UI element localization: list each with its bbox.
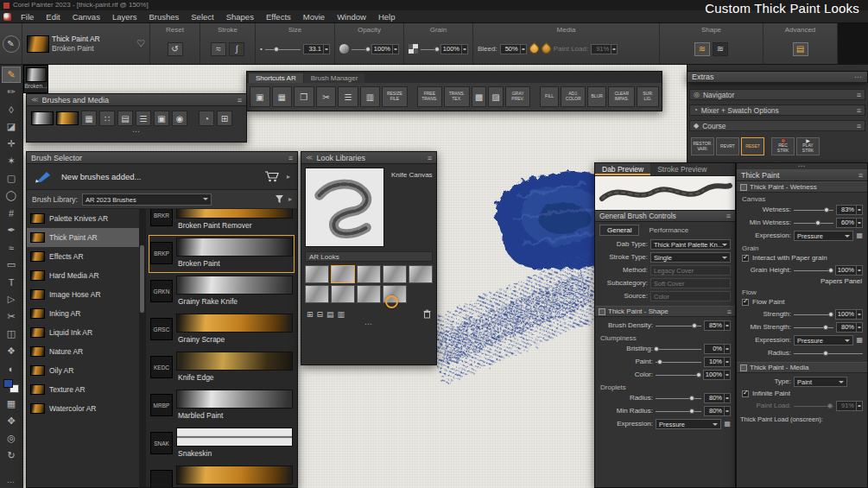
stepper[interactable] [724, 371, 730, 379]
rotate-page-tool-icon[interactable]: ↻ [2, 447, 21, 464]
variant-grainy-scrape[interactable]: GRSC Grainy Scrape [149, 311, 295, 349]
stroke-type-dropdown[interactable]: Single [650, 252, 731, 263]
toolbox-grip[interactable]: ⋯ [7, 478, 16, 485]
menu-help[interactable]: Help [372, 12, 402, 22]
thick-paint-wetness-header[interactable]: Thick Paint - Wetness [737, 181, 867, 193]
expression-settings-icon[interactable]: ▦ [856, 231, 863, 239]
bristling-slider[interactable] [656, 345, 701, 353]
grid-view-icon[interactable]: ▦ [81, 111, 97, 126]
brush-library-dropdown[interactable]: AR 2023 Brushes [82, 193, 212, 206]
menu-file[interactable]: File [15, 12, 40, 22]
kaleidoscope-tool-icon[interactable]: ❖ [2, 343, 21, 359]
stepper[interactable] [856, 310, 862, 319]
stepper[interactable] [724, 358, 730, 366]
menu-shapes[interactable]: Shapes [220, 12, 260, 22]
list-view-icon[interactable]: ▤ [117, 111, 133, 126]
look-libraries-header[interactable]: ≪ Look Libraries ≡ [301, 152, 436, 164]
bristling-value[interactable]: 0% [704, 344, 731, 354]
tab-brush-manager[interactable]: Brush Manager [304, 73, 365, 83]
scrollbar-thumb[interactable] [140, 245, 144, 313]
swatches-icon[interactable]: ⊞ [217, 111, 232, 126]
thick-paint-menu-icon[interactable]: ≡ [858, 171, 863, 180]
expression-settings-icon[interactable]: ▦ [856, 336, 863, 344]
papers-panel-link[interactable]: Papers Panel [737, 276, 867, 286]
flow-expression-dropdown[interactable]: Pressure [794, 335, 853, 345]
media-jar-icon-2[interactable] [539, 42, 553, 56]
grabber-tool-icon[interactable]: ✥ [2, 413, 21, 429]
flow-radius-slider[interactable] [794, 349, 863, 358]
expression-settings-icon[interactable]: ▦ [724, 420, 731, 428]
tab-stroke-preview[interactable]: Stroke Preview [650, 163, 713, 175]
rect-shape-tool-icon[interactable]: ▭ [2, 257, 21, 273]
strength-slider[interactable] [794, 310, 833, 319]
grain-stepper[interactable] [461, 45, 467, 54]
scissors-tool-icon[interactable]: ✂ [2, 308, 21, 325]
size-slider[interactable] [265, 45, 301, 54]
color-wheel-icon[interactable]: ◔ [199, 111, 214, 126]
shopping-cart-icon[interactable] [264, 171, 280, 182]
variant-broken-paint-remover[interactable]: BRKR Broken Paint Remover [149, 209, 295, 235]
thick-paint-media-header[interactable]: Thick Paint - Media [737, 362, 867, 373]
infinite-paint-checkbox[interactable] [742, 390, 749, 397]
size-value-box[interactable]: 33.1 [303, 44, 330, 54]
mirror-painting-tool-icon[interactable]: ◫ [2, 326, 21, 342]
lock-texture-button[interactable]: ▩ [472, 86, 487, 107]
tab-dab-preview[interactable]: Dab Preview [595, 163, 650, 175]
navigator-menu-icon[interactable]: ≡ [857, 91, 861, 99]
min-wetness-value[interactable]: 60% [836, 218, 863, 228]
pen-tool-icon[interactable]: ✒ [2, 222, 21, 238]
shape-selection-tool-icon[interactable]: ▷ [2, 291, 21, 307]
tab-general[interactable]: General [599, 225, 639, 236]
brush-variant-preview-chip[interactable]: Broken... [23, 65, 48, 93]
course-menu-icon[interactable]: ≡ [857, 122, 861, 130]
category-thick-paint[interactable]: Thick Paint AR [27, 228, 139, 247]
layout-grid-tool-icon[interactable]: ▦ [2, 396, 21, 412]
save-look-icon[interactable]: ▥ [338, 310, 345, 319]
restore-variant-button[interactable]: RESTOR. VARI. [691, 137, 714, 155]
stepper[interactable] [856, 323, 862, 332]
favorite-heart-icon[interactable]: ♡ [136, 38, 145, 49]
magic-wand-tool-icon[interactable]: ✶ [2, 153, 21, 169]
category-inking[interactable]: Inking AR [27, 304, 139, 323]
paint-value[interactable]: 10% [704, 357, 731, 367]
extras-panel-header[interactable]: Extras ⋯ [687, 71, 868, 83]
look-libraries-menu-icon[interactable]: ≡ [428, 154, 432, 162]
fill-button[interactable]: FILL [540, 86, 559, 107]
divine-proportion-tool-icon[interactable]: ◐ [2, 360, 21, 377]
filter-funnel-icon[interactable] [275, 194, 284, 204]
menu-effects[interactable]: Effects [260, 12, 297, 22]
category-oily[interactable]: Oily AR [27, 361, 139, 380]
brush-density-value[interactable]: 85% [704, 320, 731, 331]
freehand-stroke-button[interactable]: ≈ [211, 42, 226, 56]
bleed-stepper[interactable] [520, 45, 526, 54]
painter-logo-icon[interactable] [3, 13, 11, 21]
mixer-menu-icon[interactable]: ≡ [857, 106, 861, 115]
look-thumb-1[interactable] [305, 265, 329, 283]
recent-brushes-eye-icon[interactable]: ◉ [172, 111, 187, 126]
brush-ghost-icon[interactable]: ✎ [3, 35, 20, 53]
min-radius-slider[interactable] [656, 407, 701, 415]
stepper[interactable] [724, 345, 730, 353]
free-transform-button[interactable]: FREE TRANS. [417, 86, 442, 107]
variant-list-scrollbar[interactable] [139, 209, 146, 487]
eraser-tool-icon[interactable]: ◪ [2, 118, 21, 135]
radius-value[interactable]: 80% [704, 393, 731, 403]
variant-knife-edge[interactable]: KEDC Knife Edge [149, 349, 295, 387]
media-jar-icon-1[interactable] [527, 42, 541, 56]
advanced-settings-button[interactable]: ▤ [793, 42, 808, 56]
flow-paint-checkbox[interactable] [742, 299, 749, 306]
magnifier-tool-icon[interactable]: ◎ [2, 430, 21, 447]
color-slider[interactable] [656, 371, 700, 379]
variant-marbled-paint[interactable]: MRBP Marbled Paint [149, 387, 295, 425]
banner-flyout-icon[interactable]: ▸ [287, 173, 290, 181]
variant-snakeskin[interactable]: SNAK Snakeskin [149, 425, 295, 463]
lasso-tool-icon[interactable]: ◯ [2, 187, 21, 204]
blur-button[interactable]: BLUR [587, 86, 606, 107]
paint-bucket-tool-icon[interactable]: ◊ [2, 101, 21, 117]
shape-menu-icon[interactable]: ≡ [727, 307, 732, 316]
reset-variant-button[interactable]: RESET [741, 137, 764, 155]
stepper[interactable] [724, 394, 730, 402]
opacity-slider[interactable] [352, 45, 369, 54]
new-look-icon[interactable]: ⊞ [307, 310, 314, 319]
color-value[interactable]: 100% [703, 370, 731, 380]
